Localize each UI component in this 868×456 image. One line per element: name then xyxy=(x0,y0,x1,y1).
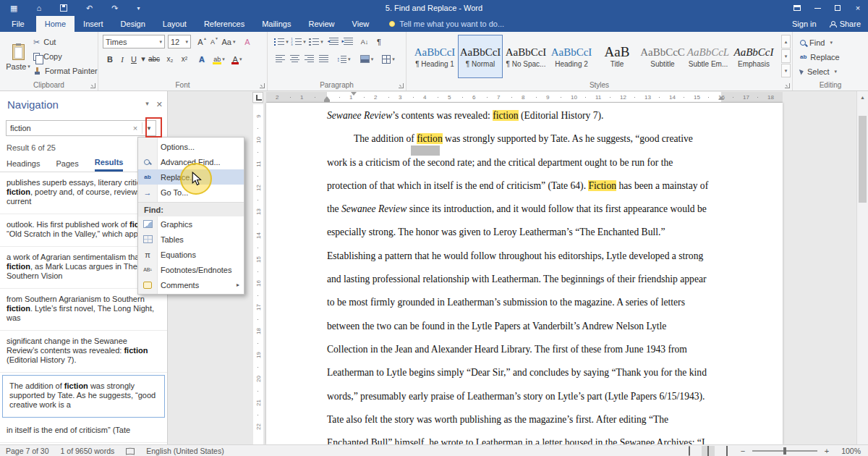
ribbon-display-options-button[interactable] xyxy=(787,0,807,16)
format-painter-button[interactable]: Format Painter xyxy=(33,65,98,77)
replace-button[interactable]: Replace xyxy=(800,51,840,63)
save-icon[interactable] xyxy=(60,4,67,12)
sign-in-button[interactable]: Sign in xyxy=(792,20,817,28)
close-button[interactable]: × xyxy=(848,0,868,16)
underline-button[interactable]: U xyxy=(129,52,139,66)
minimize-button[interactable] xyxy=(807,0,827,16)
tell-me-box[interactable]: Tell me what you want to do... xyxy=(389,16,504,32)
italic-button[interactable]: I xyxy=(117,52,127,66)
paste-button[interactable]: Paste▾ xyxy=(5,35,31,80)
bold-button[interactable]: B xyxy=(104,52,116,66)
nav-pane-close-icon[interactable]: ✕ xyxy=(156,100,163,109)
paragraph-dialog-launcher[interactable] xyxy=(399,83,404,88)
document-page[interactable]: Sewanee Review’s contents was revealed: … xyxy=(266,103,783,444)
redo-icon[interactable] xyxy=(111,4,118,12)
styles-more-icon[interactable]: ▾ xyxy=(781,64,791,77)
superscript-button[interactable]: x² xyxy=(178,52,191,66)
highlight-color-button[interactable]: ab▾ xyxy=(211,52,227,66)
maximize-button[interactable] xyxy=(827,0,848,16)
read-mode-button[interactable] xyxy=(683,446,696,456)
nav-result-item[interactable]: The addition of fiction was strongly sup… xyxy=(2,375,165,418)
menu-item-equations[interactable]: Equations xyxy=(138,247,244,262)
find-button[interactable]: Find▾ xyxy=(800,36,833,48)
nav-tab-results[interactable]: Results xyxy=(95,155,124,172)
scroll-up-icon[interactable]: ▲ xyxy=(857,91,868,103)
nav-result-item[interactable]: significant change in the Sewanee Review… xyxy=(0,331,167,373)
zoom-slider[interactable] xyxy=(752,450,817,452)
shading-button[interactable]: ▾ xyxy=(357,52,376,66)
font-size-combo[interactable]: 12▾ xyxy=(168,35,191,48)
print-layout-button[interactable] xyxy=(702,446,715,456)
tab-layout[interactable]: Layout xyxy=(154,16,195,32)
line-spacing-button[interactable]: ▾ xyxy=(334,52,353,66)
vertical-scrollbar[interactable]: ▲ xyxy=(856,91,868,444)
grow-font-button[interactable]: A xyxy=(194,35,207,48)
styles-scroll-up-icon[interactable]: ▴ xyxy=(781,35,791,48)
tab-file[interactable]: File xyxy=(0,16,36,32)
decrease-indent-button[interactable] xyxy=(327,35,340,48)
nav-result-item[interactable]: in itself is the end of criticism” (Tate xyxy=(0,420,167,443)
tab-review[interactable]: Review xyxy=(300,16,344,32)
search-input[interactable] xyxy=(7,124,129,132)
clear-formatting-button[interactable]: A xyxy=(240,35,255,48)
style-normal[interactable]: AaBbCcI¶ Normal xyxy=(458,35,503,78)
scrollbar-thumb[interactable] xyxy=(859,116,867,203)
tab-home[interactable]: Home xyxy=(36,16,75,32)
font-dialog-launcher[interactable] xyxy=(260,83,265,88)
clipboard-dialog-launcher[interactable] xyxy=(90,83,95,88)
v-ruler[interactable]: 910111213141516171819202122 xyxy=(253,104,263,444)
copy-button[interactable]: Copy xyxy=(33,51,98,62)
clear-search-icon[interactable]: × xyxy=(129,124,142,132)
style-subtitle[interactable]: AaBbCcCSubtitle xyxy=(640,35,685,78)
font-family-combo[interactable]: Times▾ xyxy=(103,35,165,48)
word-count[interactable]: 1 of 9650 words xyxy=(61,447,115,455)
menu-item-comments[interactable]: Comments xyxy=(138,277,244,292)
increase-indent-button[interactable] xyxy=(341,35,354,48)
nav-pane-options-icon[interactable]: ▾ xyxy=(145,100,149,109)
text-effects-button[interactable]: A xyxy=(195,52,208,66)
style-heading1[interactable]: AaBbCcI¶ Heading 1 xyxy=(412,35,457,78)
shrink-font-button[interactable]: A xyxy=(207,35,218,48)
zoom-level[interactable]: 100% xyxy=(836,447,861,455)
styles-scroll-down-icon[interactable]: ▾ xyxy=(781,49,791,63)
show-marks-button[interactable]: ¶ xyxy=(373,35,385,48)
nav-result-item[interactable]: from Southern Agrarianism to Southern fi… xyxy=(0,289,167,331)
underline-dropdown-icon[interactable]: ▾ xyxy=(140,52,146,66)
style-heading2[interactable]: AaBbCcIHeading 2 xyxy=(549,35,594,78)
menu-item-footnotes-endnotes[interactable]: Footnotes/Endnotes xyxy=(138,262,244,277)
menu-item-tables[interactable]: Tables xyxy=(138,232,244,247)
h-ruler[interactable]: 21123456789101112131415161718 xyxy=(266,92,783,103)
left-indent-marker[interactable] xyxy=(324,100,330,102)
nav-tab-headings[interactable]: Headings xyxy=(7,155,40,172)
font-color-button[interactable]: A▾ xyxy=(230,52,244,66)
tab-stop-selector[interactable] xyxy=(252,92,263,103)
multilevel-list-button[interactable]: ▾ xyxy=(308,35,324,48)
nav-tab-pages[interactable]: Pages xyxy=(56,155,78,172)
zoom-in-button[interactable]: + xyxy=(823,447,830,455)
align-center-button[interactable] xyxy=(288,52,301,66)
grid-icon[interactable] xyxy=(10,4,17,12)
select-button[interactable]: Select▾ xyxy=(800,65,837,77)
tab-view[interactable]: View xyxy=(344,16,378,32)
page-indicator[interactable]: Page 7 of 30 xyxy=(6,447,49,455)
web-layout-button[interactable] xyxy=(720,446,733,456)
proofing-icon[interactable] xyxy=(126,448,135,454)
style-nospace[interactable]: AaBbCcI¶ No Spac... xyxy=(503,35,548,78)
tab-design[interactable]: Design xyxy=(112,16,154,32)
tab-mailings[interactable]: Mailings xyxy=(253,16,299,32)
justify-button[interactable] xyxy=(317,52,330,66)
style-title[interactable]: AaBTitle xyxy=(595,35,639,78)
align-left-button[interactable] xyxy=(273,52,286,66)
tab-references[interactable]: References xyxy=(195,16,253,32)
cut-button[interactable]: Cut xyxy=(33,36,98,48)
menu-item-graphics[interactable]: Graphics xyxy=(138,216,244,232)
subscript-button[interactable]: x₂ xyxy=(163,52,176,66)
share-button[interactable]: Share xyxy=(830,20,861,28)
change-case-button[interactable]: Aa▾ xyxy=(220,35,237,48)
home-icon[interactable] xyxy=(36,4,41,12)
styles-dialog-launcher[interactable] xyxy=(785,83,790,88)
zoom-out-button[interactable]: − xyxy=(739,447,746,455)
qat-customize-icon[interactable] xyxy=(137,4,140,12)
tab-insert[interactable]: Insert xyxy=(75,16,112,32)
undo-icon[interactable] xyxy=(86,4,93,12)
